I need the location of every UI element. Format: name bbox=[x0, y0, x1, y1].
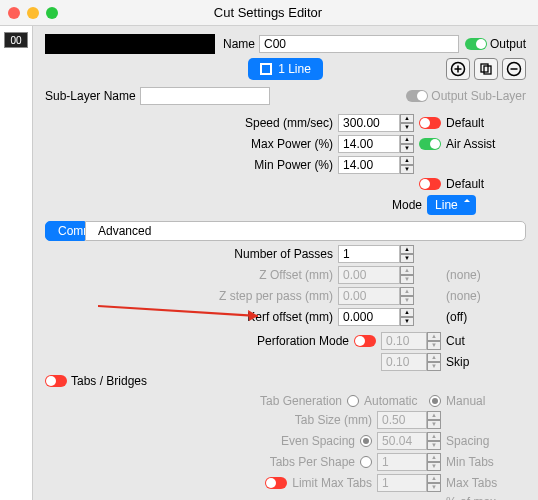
tabspershape-label: Tabs Per Shape bbox=[270, 455, 355, 469]
perf-skip-label: Skip bbox=[446, 355, 526, 369]
minpower-input[interactable] bbox=[338, 156, 400, 174]
tabgen-label: Tab Generation bbox=[260, 394, 342, 408]
kerf-stepper[interactable]: ▲▼ bbox=[400, 308, 414, 326]
maxpower-label: Max Power (%) bbox=[251, 137, 333, 151]
color-swatch[interactable] bbox=[45, 34, 215, 54]
mintabs-label: Min Tabs bbox=[446, 455, 526, 469]
speed-input[interactable] bbox=[338, 114, 400, 132]
perforation-label: Perforation Mode bbox=[257, 334, 349, 348]
tabgen-manual-label: Manual bbox=[446, 394, 526, 408]
speed-label: Speed (mm/sec) bbox=[245, 116, 333, 130]
tab-advanced[interactable]: Advanced bbox=[85, 221, 526, 241]
air-assist-toggle[interactable] bbox=[419, 138, 441, 150]
minpower-stepper[interactable]: ▲▼ bbox=[400, 156, 414, 174]
zoffset-input bbox=[338, 266, 400, 284]
tab-common[interactable]: Common bbox=[45, 221, 85, 241]
evenspacing-label: Even Spacing bbox=[281, 434, 355, 448]
zoffset-label: Z Offset (mm) bbox=[259, 268, 333, 282]
tabspershape-input bbox=[377, 453, 427, 471]
evenspacing-input bbox=[377, 432, 427, 450]
copy-button[interactable] bbox=[474, 58, 498, 80]
layer-swatch-00[interactable]: 00 bbox=[4, 32, 28, 48]
window-title: Cut Settings Editor bbox=[0, 5, 538, 20]
tabcutpower-tail: % of max power bbox=[446, 495, 526, 500]
mode-select[interactable]: Line bbox=[427, 195, 476, 215]
zstep-tail: (none) bbox=[446, 289, 526, 303]
power-default-toggle[interactable] bbox=[419, 178, 441, 190]
output-label: Output bbox=[490, 37, 526, 51]
output-sublayer-label: Output Sub-Layer bbox=[431, 89, 526, 103]
passes-input[interactable] bbox=[338, 245, 400, 263]
add-button[interactable] bbox=[446, 58, 470, 80]
maxtabs-label: Max Tabs bbox=[446, 476, 526, 490]
tabsize-input bbox=[377, 411, 427, 429]
perf-skip-input bbox=[381, 353, 427, 371]
tabs-toggle[interactable] bbox=[45, 375, 67, 387]
speed-tail: Default bbox=[446, 116, 526, 130]
name-label: Name bbox=[223, 37, 255, 51]
maxpower-stepper[interactable]: ▲▼ bbox=[400, 135, 414, 153]
output-sublayer-toggle[interactable] bbox=[406, 90, 428, 102]
passes-label: Number of Passes bbox=[234, 247, 333, 261]
minpower-label: Min Power (%) bbox=[254, 158, 333, 172]
tabsize-label: Tab Size (mm) bbox=[295, 413, 372, 427]
tabs-label: Tabs / Bridges bbox=[71, 374, 147, 388]
evenspacing-radio bbox=[360, 435, 372, 447]
zoffset-tail: (none) bbox=[446, 268, 526, 282]
sublayer-name-input[interactable] bbox=[140, 87, 270, 105]
limittabs-input bbox=[377, 474, 427, 492]
tabgen-auto-label: Automatic bbox=[364, 394, 424, 408]
perf-cut-label: Cut bbox=[446, 334, 526, 348]
passes-stepper[interactable]: ▲▼ bbox=[400, 245, 414, 263]
tabgen-manual-radio bbox=[429, 395, 441, 407]
perforation-toggle[interactable] bbox=[354, 335, 376, 347]
tabgen-auto-radio bbox=[347, 395, 359, 407]
zstep-input bbox=[338, 287, 400, 305]
evenspacing-tail: Spacing bbox=[446, 434, 526, 448]
name-input[interactable] bbox=[259, 35, 459, 53]
tab-1-line[interactable]: 1 Line bbox=[248, 58, 323, 80]
limittabs-label: Limit Max Tabs bbox=[292, 476, 372, 490]
tabspershape-radio bbox=[360, 456, 372, 468]
speed-stepper[interactable]: ▲▼ bbox=[400, 114, 414, 132]
output-toggle[interactable] bbox=[465, 38, 487, 50]
limittabs-toggle bbox=[265, 477, 287, 489]
zoffset-stepper: ▲▼ bbox=[400, 266, 414, 284]
kerf-input[interactable] bbox=[338, 308, 400, 326]
power-default-label: Default bbox=[446, 177, 526, 191]
kerf-label: Kerf offset (mm) bbox=[247, 310, 333, 324]
zstep-label: Z step per pass (mm) bbox=[219, 289, 333, 303]
sublayer-name-label: Sub-Layer Name bbox=[45, 89, 136, 103]
maxpower-input[interactable] bbox=[338, 135, 400, 153]
zstep-stepper: ▲▼ bbox=[400, 287, 414, 305]
kerf-tail: (off) bbox=[446, 310, 526, 324]
line-icon bbox=[260, 63, 272, 75]
mode-label: Mode bbox=[392, 198, 422, 212]
perf-cut-input bbox=[381, 332, 427, 350]
speed-default-toggle[interactable] bbox=[419, 117, 441, 129]
airassist-label: Air Assist bbox=[446, 137, 526, 151]
remove-button[interactable] bbox=[502, 58, 526, 80]
